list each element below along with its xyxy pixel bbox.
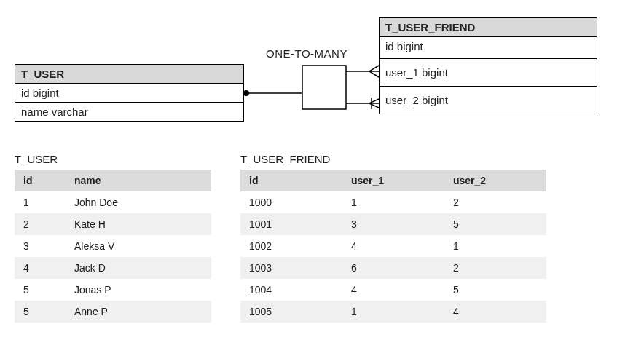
- t-uf-header-id: id: [240, 170, 342, 191]
- table-cell: 4: [444, 301, 546, 323]
- table-cell: 3: [15, 235, 66, 257]
- svg-line-10: [369, 103, 379, 108]
- table-cell: Anne P: [66, 301, 211, 323]
- table-row: 5Jonas P: [15, 279, 211, 301]
- table-row: 1John Doe: [15, 191, 211, 213]
- svg-line-9: [369, 99, 379, 103]
- table-row: 4Jack D: [15, 257, 211, 279]
- table-cell: 1005: [240, 301, 342, 323]
- svg-rect-2: [302, 66, 346, 109]
- table-row: 100514: [240, 301, 546, 323]
- table-cell: 2: [444, 191, 546, 213]
- table-cell: 5: [15, 279, 66, 301]
- table-cell: 1: [444, 235, 546, 257]
- table-cell: 2: [444, 257, 546, 279]
- table-cell: 1000: [240, 191, 342, 213]
- entity-t-user: T_USER id bigint name varchar: [15, 64, 244, 122]
- t-user-header-name: name: [66, 170, 211, 191]
- entity-t-user-col-name: name varchar: [15, 103, 243, 121]
- table-row: 100445: [240, 279, 546, 301]
- table-row: 100135: [240, 213, 546, 235]
- table-cell: 5: [444, 279, 546, 301]
- t-user-data-table: id name 1John Doe2Kate H3Aleksa V4Jack D…: [15, 170, 211, 323]
- table-cell: Jack D: [66, 257, 211, 279]
- table-cell: 5: [444, 213, 546, 235]
- table-cell: 1004: [240, 279, 342, 301]
- table-cell: 4: [342, 235, 444, 257]
- table-cell: 1002: [240, 235, 342, 257]
- table-row: 100012: [240, 191, 546, 213]
- table-cell: Jonas P: [66, 279, 211, 301]
- table-cell: 5: [15, 301, 66, 323]
- entity-t-user-friend-header: T_USER_FRIEND: [380, 18, 597, 37]
- svg-point-0: [243, 90, 249, 96]
- table-cell: 1003: [240, 257, 342, 279]
- table-row: 100241: [240, 235, 546, 257]
- table-cell: 1001: [240, 213, 342, 235]
- table-cell: Kate H: [66, 213, 211, 235]
- table-cell: 2: [15, 213, 66, 235]
- t-user-data-block: T_USER id name 1John Doe2Kate H3Aleksa V…: [15, 153, 211, 323]
- entity-t-user-header: T_USER: [15, 65, 243, 84]
- svg-line-6: [369, 71, 379, 77]
- table-row: 5Anne P: [15, 301, 211, 323]
- table-cell: 1: [342, 191, 444, 213]
- svg-line-4: [369, 66, 379, 71]
- data-tables-area: T_USER id name 1John Doe2Kate H3Aleksa V…: [15, 153, 602, 323]
- erd-diagram: T_USER id bigint name varchar T_USER_FRI…: [15, 15, 602, 138]
- table-cell: John Doe: [66, 191, 211, 213]
- t-uf-header-user1: user_1: [342, 170, 444, 191]
- entity-t-user-friend-col-id: id bigint: [380, 37, 597, 59]
- table-cell: 6: [342, 257, 444, 279]
- t-user-friend-data-table: id user_1 user_2 10001210013510024110036…: [240, 170, 546, 323]
- table-cell: 1: [15, 191, 66, 213]
- relationship-label: ONE-TO-MANY: [266, 47, 347, 60]
- entity-t-user-friend-col-user1: user_1 bigint: [380, 59, 597, 87]
- table-cell: 1: [342, 301, 444, 323]
- table-row: 2Kate H: [15, 213, 211, 235]
- table-row: 3Aleksa V: [15, 235, 211, 257]
- table-cell: 3: [342, 213, 444, 235]
- t-uf-header-user2: user_2: [444, 170, 546, 191]
- t-user-tbody: 1John Doe2Kate H3Aleksa V4Jack D5Jonas P…: [15, 191, 211, 323]
- table-cell: Aleksa V: [66, 235, 211, 257]
- t-user-friend-data-block: T_USER_FRIEND id user_1 user_2 100012100…: [240, 153, 546, 323]
- t-user-data-title: T_USER: [15, 153, 211, 165]
- entity-t-user-friend: T_USER_FRIEND id bigint user_1 bigint us…: [379, 17, 597, 114]
- t-user-header-id: id: [15, 170, 66, 191]
- table-row: 100362: [240, 257, 546, 279]
- t-user-friend-data-title: T_USER_FRIEND: [240, 153, 546, 165]
- table-cell: 4: [15, 257, 66, 279]
- entity-t-user-col-id: id bigint: [15, 84, 243, 103]
- entity-t-user-friend-col-user2: user_2 bigint: [380, 87, 597, 114]
- table-cell: 4: [342, 279, 444, 301]
- t-user-friend-tbody: 100012100135100241100362100445100514: [240, 191, 546, 323]
